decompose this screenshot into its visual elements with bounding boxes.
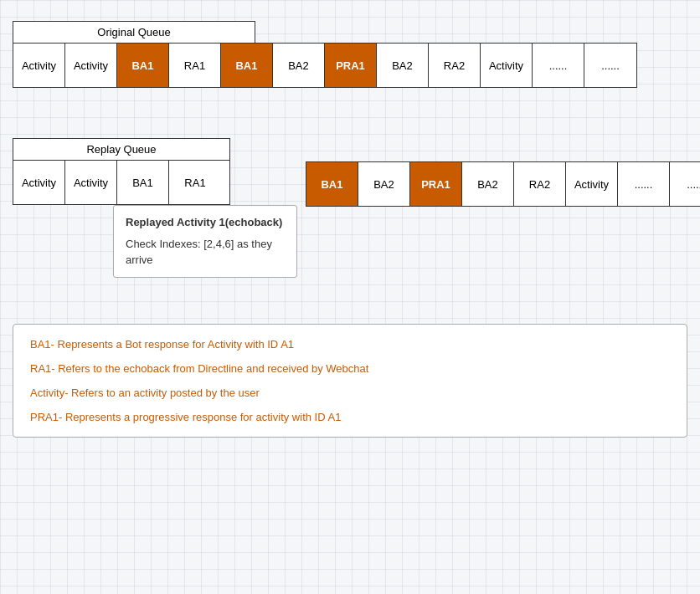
- replay-queue-label: Replay Queue: [13, 139, 229, 160]
- replay-right-cell-2: PRA1: [410, 162, 462, 206]
- original-cell-7: BA2: [377, 44, 429, 87]
- diagram-container: Original Queue ActivityActivityBA1RA1BA1…: [13, 21, 687, 438]
- replay-right-cell-6: ......: [618, 162, 670, 206]
- replay-right-cell-3: BA2: [462, 162, 514, 206]
- replay-queue-label-box: Replay Queue: [13, 138, 230, 161]
- replay-right-cell-4: RA2: [514, 162, 566, 206]
- original-queue-label-box: Original Queue: [13, 21, 255, 44]
- original-queue-label: Original Queue: [13, 22, 255, 43]
- legend-item-2: Activity- Refers to an activity posted b…: [30, 387, 670, 399]
- replay-right-cell-7: ......: [670, 162, 700, 206]
- legend-item-0: BA1- Represents a Bot response for Activ…: [30, 338, 670, 351]
- legend-item-1: RA1- Refers to the echoback from Directl…: [30, 362, 670, 375]
- replay-queue-section: Replay Queue ActivityActivityBA1RA1 BA1B…: [13, 138, 687, 207]
- original-cell-4: BA1: [221, 44, 273, 87]
- replay-left-block: Replay Queue ActivityActivityBA1RA1: [13, 138, 230, 205]
- replay-right-cell-1: BA2: [358, 162, 410, 206]
- replay-left-cells: ActivityActivityBA1RA1: [13, 160, 230, 205]
- legend-section-wrapper: BA1- Represents a Bot response for Activ…: [13, 324, 687, 438]
- original-cell-2: BA1: [117, 44, 169, 87]
- legend-item-3: PRA1- Represents a progressive response …: [30, 411, 670, 423]
- replay-left-cell-3: RA1: [169, 161, 221, 204]
- replay-right-cells: BA1BA2PRA1BA2RA2Activity............: [306, 161, 700, 207]
- replay-right-cell-0: BA1: [306, 162, 358, 206]
- original-cell-10: ......: [533, 44, 584, 87]
- replay-left-cell-2: BA1: [117, 161, 169, 204]
- original-cell-11: ......: [584, 44, 636, 87]
- tooltip-line2: Check Indexes: [2,4,6] as they arrive: [126, 236, 285, 269]
- tooltip-line1: Replayed Activity 1(echoback): [126, 214, 285, 231]
- original-cell-9: Activity: [481, 44, 533, 87]
- replay-right-cell-5: Activity: [566, 162, 618, 206]
- original-cell-3: RA1: [169, 44, 221, 87]
- original-queue-row: ActivityActivityBA1RA1BA1BA2PRA1BA2RA2Ac…: [13, 43, 637, 88]
- tooltip-box: Replayed Activity 1(echoback) Check Inde…: [113, 205, 297, 278]
- original-cell-1: Activity: [65, 44, 117, 87]
- original-cell-6: PRA1: [325, 44, 377, 87]
- replay-left-cell-0: Activity: [13, 161, 65, 204]
- original-queue-section: Original Queue ActivityActivityBA1RA1BA1…: [13, 21, 687, 88]
- replay-left-cell-1: Activity: [65, 161, 117, 204]
- original-cell-0: Activity: [13, 44, 65, 87]
- original-cell-8: RA2: [429, 44, 481, 87]
- original-cell-5: BA2: [273, 44, 325, 87]
- legend-section: BA1- Represents a Bot response for Activ…: [13, 324, 687, 438]
- replay-row-container: Replay Queue ActivityActivityBA1RA1 BA1B…: [13, 138, 687, 207]
